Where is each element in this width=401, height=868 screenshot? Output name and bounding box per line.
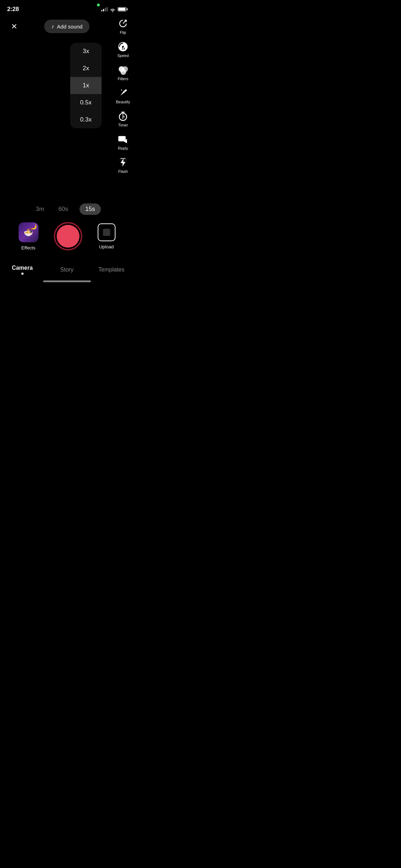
add-sound-button[interactable]: ♪ Add sound bbox=[44, 20, 90, 33]
speed-0.3x[interactable]: 0.3x bbox=[70, 111, 102, 128]
flash-button[interactable]: Flash bbox=[117, 155, 129, 176]
bowl-icon: 🍜 bbox=[24, 228, 33, 237]
right-sidebar: Flip 1x Speed Filters bbox=[116, 16, 130, 176]
flip-label: Flip bbox=[120, 30, 126, 35]
effects-thumbnail: 🌙 🍜 bbox=[19, 222, 38, 242]
effects-label: Effects bbox=[21, 245, 36, 250]
camera-controls: 🌙 🍜 Effects Upload bbox=[0, 222, 134, 250]
svg-text:1x: 1x bbox=[122, 47, 125, 50]
top-controls: × ♪ Add sound bbox=[0, 16, 134, 37]
status-bar: 2:28 bbox=[0, 0, 134, 16]
tab-camera-label: Camera bbox=[12, 265, 33, 271]
status-time: 2:28 bbox=[7, 6, 19, 13]
active-tab-dot bbox=[21, 273, 24, 275]
tab-story-label: Story bbox=[60, 267, 73, 273]
timer-icon: 3 bbox=[117, 110, 129, 122]
speed-button[interactable]: 1x Speed bbox=[117, 39, 129, 60]
svg-text:✦: ✦ bbox=[120, 89, 123, 91]
duration-60s[interactable]: 60s bbox=[56, 203, 71, 215]
speed-1x[interactable]: 1x bbox=[70, 77, 102, 94]
svg-marker-19 bbox=[120, 159, 125, 167]
svg-text:3: 3 bbox=[122, 117, 123, 120]
flip-button[interactable]: Flip bbox=[117, 16, 129, 37]
timer-label: Timer bbox=[118, 123, 128, 127]
tab-templates-label: Templates bbox=[98, 267, 124, 273]
reply-icon bbox=[117, 134, 129, 145]
upload-button[interactable]: Upload bbox=[98, 223, 115, 249]
effects-button[interactable]: 🌙 🍜 Effects bbox=[19, 222, 38, 250]
beautify-button[interactable]: ✦ ✦ Beautify bbox=[116, 85, 130, 106]
timer-button[interactable]: 3 Timer bbox=[117, 108, 129, 129]
music-note-icon: ♪ bbox=[51, 23, 54, 30]
bottom-section: 3m 60s 15s 🌙 🍜 Effects Upload bbox=[0, 203, 134, 289]
tab-story[interactable]: Story bbox=[45, 264, 89, 275]
signal-icon bbox=[101, 7, 108, 11]
duration-selector: 3m 60s 15s bbox=[0, 203, 134, 215]
wifi-icon bbox=[110, 7, 115, 11]
flip-icon bbox=[117, 18, 129, 29]
upload-label: Upload bbox=[99, 244, 114, 249]
filters-button[interactable]: Filters bbox=[117, 62, 129, 83]
beautify-icon: ✦ ✦ bbox=[117, 87, 129, 99]
flash-label: Flash bbox=[118, 169, 128, 174]
duration-3m[interactable]: 3m bbox=[33, 203, 47, 215]
green-dot bbox=[97, 4, 100, 6]
speed-label: Speed bbox=[117, 53, 129, 58]
duration-15s[interactable]: 15s bbox=[79, 203, 101, 215]
filters-icon bbox=[117, 64, 129, 76]
upload-icon-inner bbox=[103, 229, 110, 236]
speed-panel: 3x 2x 1x 0.5x 0.3x bbox=[70, 43, 102, 128]
record-button[interactable] bbox=[54, 222, 82, 250]
svg-rect-17 bbox=[118, 136, 126, 141]
reply-button[interactable]: Reply bbox=[117, 131, 129, 153]
svg-line-0 bbox=[123, 20, 126, 24]
speed-0.5x[interactable]: 0.5x bbox=[70, 94, 102, 111]
filters-label: Filters bbox=[118, 77, 128, 81]
svg-text:✦: ✦ bbox=[125, 89, 128, 92]
add-sound-label: Add sound bbox=[57, 24, 83, 30]
speed-3x[interactable]: 3x bbox=[70, 43, 102, 60]
speed-2x[interactable]: 2x bbox=[70, 60, 102, 77]
reply-label: Reply bbox=[118, 146, 128, 150]
record-button-container bbox=[54, 222, 82, 250]
flash-icon bbox=[117, 157, 129, 168]
svg-point-6 bbox=[120, 69, 126, 75]
speed-icon: 1x bbox=[117, 41, 129, 52]
beautify-label: Beautify bbox=[116, 100, 130, 104]
bottom-nav: Camera Story Templates bbox=[0, 259, 134, 278]
battery-icon bbox=[118, 7, 127, 11]
tab-camera[interactable]: Camera bbox=[0, 263, 45, 277]
record-button-inner bbox=[57, 225, 79, 248]
upload-icon bbox=[98, 223, 115, 241]
tab-templates[interactable]: Templates bbox=[89, 264, 134, 275]
close-button[interactable]: × bbox=[7, 19, 21, 33]
status-icons bbox=[101, 7, 127, 11]
home-indicator bbox=[43, 280, 91, 282]
